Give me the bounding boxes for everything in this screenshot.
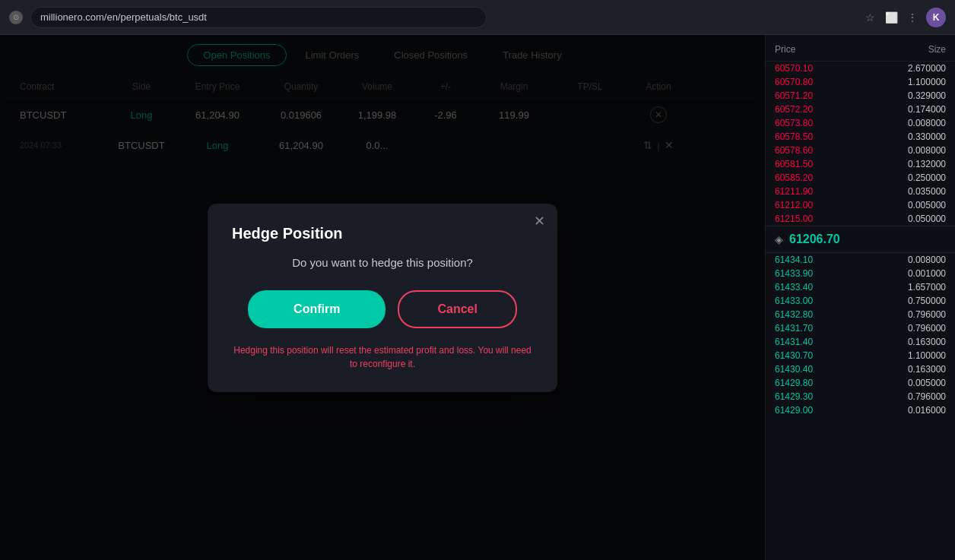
- browser-bar: ⊙ millionero.com/en/perpetuals/btc_usdt …: [0, 0, 955, 35]
- diamond-icon: ◈: [775, 233, 783, 245]
- bid-price: 61431.40: [775, 337, 861, 347]
- ask-size: 0.250000: [861, 172, 947, 183]
- ask-price: 60585.20: [775, 172, 861, 183]
- ask-row: 61215.000.050000: [766, 212, 955, 226]
- ask-row: 60573.800.008000: [766, 116, 955, 130]
- bid-row: 61432.800.796000: [766, 308, 955, 321]
- bid-size: 0.001000: [861, 268, 947, 279]
- ask-price: 60571.20: [775, 90, 861, 101]
- ask-row: 60571.200.329000: [766, 89, 955, 103]
- modal-buttons: Confirm Cancel: [232, 290, 533, 328]
- panel-price-header: Price: [775, 44, 861, 55]
- hedge-modal: ✕ Hedge Position Do you want to hedge th…: [208, 204, 557, 392]
- bid-price: 61429.00: [775, 405, 861, 416]
- ask-row: 60581.500.132000: [766, 157, 955, 171]
- cancel-button[interactable]: Cancel: [398, 290, 516, 328]
- bid-size: 0.796000: [861, 323, 947, 334]
- bid-rows: 61434.100.00800061433.900.00100061433.40…: [766, 253, 955, 417]
- bid-row: 61429.000.016000: [766, 403, 955, 417]
- ask-size: 0.174000: [861, 104, 947, 115]
- main-content: Open Positions Limit Orders Closed Posit…: [0, 35, 955, 560]
- bid-price: 61433.90: [775, 268, 861, 279]
- bid-row: 61430.400.163000: [766, 362, 955, 376]
- bid-row: 61430.701.100000: [766, 349, 955, 362]
- url-text: millionero.com/en/perpetuals/btc_usdt: [40, 11, 207, 23]
- bid-size: 0.163000: [861, 364, 947, 375]
- ask-price: 60581.50: [775, 159, 861, 169]
- bid-price: 61430.40: [775, 364, 861, 375]
- bid-row: 61433.000.750000: [766, 294, 955, 308]
- right-panel: Price Size 60570.102.67000060570.801.100…: [765, 35, 955, 560]
- modal-overlay: ✕ Hedge Position Do you want to hedge th…: [0, 35, 765, 560]
- ask-price: 61211.90: [775, 186, 861, 197]
- ask-price: 60578.50: [775, 131, 861, 142]
- ask-row: 60570.102.670000: [766, 62, 955, 75]
- ask-row: 61212.000.005000: [766, 198, 955, 212]
- ask-price: 60572.20: [775, 104, 861, 115]
- modal-title: Hedge Position: [232, 225, 533, 242]
- ask-size: 2.670000: [861, 63, 947, 74]
- bid-size: 1.100000: [861, 350, 947, 361]
- bid-row: 61433.401.657000: [766, 280, 955, 294]
- bid-size: 1.657000: [861, 282, 947, 293]
- ask-price: 60578.60: [775, 145, 861, 156]
- bid-size: 0.163000: [861, 337, 947, 347]
- panel-header: Price Size: [766, 41, 955, 62]
- url-bar[interactable]: millionero.com/en/perpetuals/btc_usdt: [30, 7, 487, 28]
- ask-row: 61211.900.035000: [766, 185, 955, 198]
- ask-price: 60570.80: [775, 77, 861, 87]
- ask-row: 60572.200.174000: [766, 103, 955, 116]
- ask-price: 61212.00: [775, 200, 861, 210]
- extensions-icon[interactable]: ⬜: [884, 10, 899, 25]
- bid-price: 61434.10: [775, 255, 861, 265]
- ask-size: 0.035000: [861, 186, 947, 197]
- bid-size: 0.008000: [861, 255, 947, 265]
- ask-row: 60570.801.100000: [766, 75, 955, 89]
- browser-icon: ⊙: [9, 11, 23, 24]
- modal-warning: Hedging this position will reset the est…: [232, 343, 533, 371]
- bid-price: 61429.80: [775, 378, 861, 388]
- bid-size: 0.016000: [861, 405, 947, 416]
- ask-price: 61215.00: [775, 214, 861, 224]
- modal-close-button[interactable]: ✕: [534, 214, 545, 228]
- bid-row: 61429.300.796000: [766, 390, 955, 403]
- bid-price: 61431.70: [775, 323, 861, 334]
- ask-size: 1.100000: [861, 77, 947, 87]
- ask-size: 0.132000: [861, 159, 947, 169]
- bid-price: 61432.80: [775, 309, 861, 320]
- ask-size: 0.005000: [861, 200, 947, 210]
- ask-size: 0.330000: [861, 131, 947, 142]
- modal-question: Do you want to hedge this position?: [232, 256, 533, 269]
- bid-price: 61433.40: [775, 282, 861, 293]
- bid-size: 0.005000: [861, 378, 947, 388]
- browser-actions: ☆ ⬜ ⋮ K: [862, 8, 946, 27]
- avatar[interactable]: K: [926, 8, 946, 27]
- bid-row: 61431.700.796000: [766, 321, 955, 335]
- ask-rows: 60570.102.67000060570.801.10000060571.20…: [766, 62, 955, 226]
- ask-row: 60578.600.008000: [766, 144, 955, 157]
- ask-row: 60585.200.250000: [766, 171, 955, 185]
- bid-row: 61434.100.008000: [766, 253, 955, 267]
- bid-row: 61431.400.163000: [766, 335, 955, 349]
- bid-row: 61429.800.005000: [766, 376, 955, 390]
- ask-price: 60573.80: [775, 118, 861, 128]
- confirm-button[interactable]: Confirm: [248, 290, 385, 328]
- bid-price: 61433.00: [775, 296, 861, 306]
- bid-size: 0.796000: [861, 391, 947, 402]
- ask-price: 60570.10: [775, 63, 861, 74]
- bid-size: 0.750000: [861, 296, 947, 306]
- ask-size: 0.050000: [861, 214, 947, 224]
- bid-row: 61433.900.001000: [766, 267, 955, 280]
- bid-size: 0.796000: [861, 309, 947, 320]
- star-icon[interactable]: ☆: [862, 10, 877, 25]
- ask-size: 0.329000: [861, 90, 947, 101]
- ask-size: 0.008000: [861, 118, 947, 128]
- menu-icon[interactable]: ⋮: [905, 10, 920, 25]
- current-price-row: ◈ 61206.70: [766, 226, 955, 253]
- bid-price: 61430.70: [775, 350, 861, 361]
- ask-size: 0.008000: [861, 145, 947, 156]
- current-price: 61206.70: [789, 233, 840, 246]
- bid-price: 61429.30: [775, 391, 861, 402]
- trading-area: Open Positions Limit Orders Closed Posit…: [0, 35, 765, 560]
- panel-size-header: Size: [861, 44, 947, 55]
